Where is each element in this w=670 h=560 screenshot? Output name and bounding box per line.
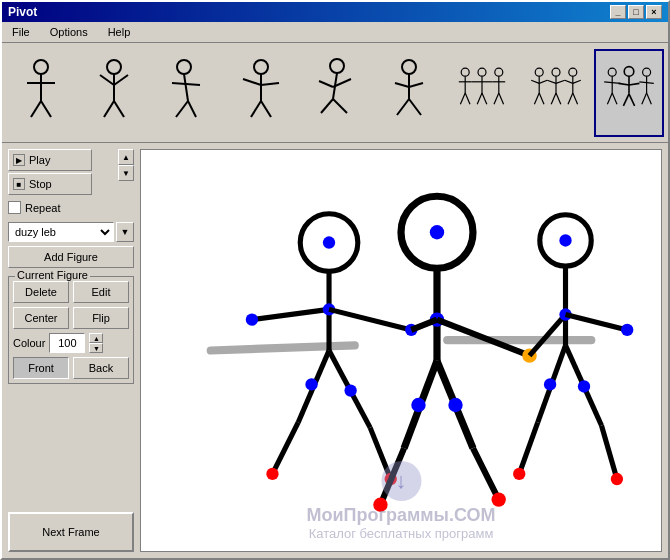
- svg-line-77: [624, 93, 630, 105]
- play-stop-group: ▶ Play ■ Stop: [8, 149, 116, 195]
- repeat-checkbox[interactable]: [8, 201, 21, 214]
- svg-point-22: [330, 59, 344, 73]
- close-button[interactable]: ×: [646, 5, 662, 19]
- figure-4-icon: [233, 57, 289, 129]
- svg-line-71: [608, 93, 613, 104]
- edit-button[interactable]: Edit: [73, 281, 129, 303]
- toolbar: [2, 43, 668, 143]
- colour-value: 100: [49, 333, 85, 353]
- svg-line-89: [252, 309, 329, 319]
- svg-line-70: [604, 81, 620, 83]
- figure-6-icon: [381, 57, 437, 129]
- colour-spinner: ▲ ▼: [89, 333, 103, 353]
- toolbar-figure-8[interactable]: [521, 49, 591, 137]
- menu-help[interactable]: Help: [102, 24, 137, 40]
- colour-down-button[interactable]: ▼: [89, 343, 103, 353]
- scroll-up-button[interactable]: ▲: [118, 149, 134, 165]
- playback-row: ▶ Play ■ Stop ▲ ▼: [8, 149, 134, 195]
- animation-canvas[interactable]: [141, 150, 661, 551]
- maximize-button[interactable]: □: [628, 5, 644, 19]
- svg-point-50: [535, 68, 543, 76]
- main-window: Pivot _ □ × File Options Help: [0, 0, 670, 560]
- svg-line-14: [176, 101, 188, 117]
- svg-line-31: [409, 83, 423, 87]
- dropdown-arrow-icon[interactable]: ▼: [116, 222, 134, 242]
- svg-line-115: [473, 448, 499, 499]
- menu-options[interactable]: Options: [44, 24, 94, 40]
- svg-line-126: [519, 422, 538, 473]
- svg-line-19: [261, 83, 279, 85]
- toolbar-figure-6[interactable]: [374, 49, 444, 137]
- svg-point-79: [643, 68, 651, 76]
- figure-8-icon: [528, 57, 584, 129]
- svg-line-130: [602, 426, 617, 479]
- svg-line-82: [642, 93, 647, 104]
- figure-dropdown[interactable]: duzy leb: [8, 222, 114, 242]
- toolbar-figure-7[interactable]: [447, 49, 517, 137]
- colour-up-button[interactable]: ▲: [89, 333, 103, 343]
- svg-point-11: [177, 60, 191, 74]
- center-button[interactable]: Center: [13, 307, 69, 329]
- svg-line-64: [564, 80, 572, 83]
- svg-line-38: [465, 93, 470, 104]
- svg-point-97: [266, 468, 278, 480]
- canvas-area: ↓ МоиПрограммы.СОМ Каталог бесплатных пр…: [140, 149, 662, 552]
- toolbar-figure-2[interactable]: [80, 49, 150, 137]
- figure-9-icon: [601, 57, 657, 129]
- add-figure-button[interactable]: Add Figure: [8, 246, 134, 268]
- svg-line-4: [41, 101, 51, 117]
- svg-point-16: [254, 60, 268, 74]
- svg-line-49: [499, 93, 504, 104]
- svg-point-91: [246, 313, 258, 325]
- svg-point-5: [107, 60, 121, 74]
- delete-button[interactable]: Delete: [13, 281, 69, 303]
- toolbar-figure-5[interactable]: [300, 49, 370, 137]
- scroll-down-button[interactable]: ▼: [118, 165, 134, 181]
- svg-line-58: [547, 80, 556, 83]
- svg-point-118: [559, 234, 571, 246]
- svg-point-110: [411, 398, 425, 412]
- menu-file[interactable]: File: [6, 24, 36, 40]
- svg-point-114: [448, 398, 462, 412]
- flip-button[interactable]: Flip: [73, 307, 129, 329]
- svg-line-26: [321, 99, 333, 113]
- play-button[interactable]: ▶ Play: [8, 149, 92, 171]
- svg-line-76: [629, 83, 639, 85]
- toolbar-figure-3[interactable]: [153, 49, 223, 137]
- figure-5-icon: [307, 57, 363, 129]
- svg-line-83: [647, 93, 652, 104]
- svg-line-81: [640, 81, 654, 83]
- toolbar-figure-4[interactable]: [227, 49, 297, 137]
- figure-select-row: duzy leb ▼: [8, 222, 134, 242]
- svg-line-21: [261, 101, 271, 117]
- repeat-label: Repeat: [25, 202, 60, 214]
- svg-point-87: [323, 236, 335, 248]
- figure-3-icon: [160, 57, 216, 129]
- svg-line-33: [409, 99, 421, 115]
- toolbar-figure-9[interactable]: [594, 49, 664, 137]
- stop-icon: ■: [13, 178, 25, 190]
- minimize-button[interactable]: _: [610, 5, 626, 19]
- svg-line-32: [397, 99, 409, 115]
- svg-point-68: [608, 68, 616, 76]
- svg-point-127: [513, 468, 525, 480]
- figure-1-icon: [13, 57, 69, 129]
- svg-line-9: [104, 101, 114, 117]
- next-frame-button[interactable]: Next Frame: [8, 512, 134, 552]
- svg-line-96: [272, 422, 298, 473]
- svg-line-54: [534, 93, 539, 104]
- svg-point-39: [478, 68, 486, 76]
- svg-point-73: [624, 66, 634, 76]
- toolbar-figure-1[interactable]: [6, 49, 76, 137]
- svg-line-66: [568, 93, 573, 104]
- front-button[interactable]: Front: [13, 357, 69, 379]
- stop-button[interactable]: ■ Stop: [8, 173, 92, 195]
- svg-line-20: [251, 101, 261, 117]
- front-back-row: Front Back: [13, 357, 129, 379]
- svg-line-78: [629, 93, 635, 105]
- play-icon: ▶: [13, 154, 25, 166]
- back-button[interactable]: Back: [73, 357, 129, 379]
- svg-point-129: [578, 380, 590, 392]
- svg-line-61: [556, 93, 561, 104]
- svg-line-100: [370, 428, 391, 479]
